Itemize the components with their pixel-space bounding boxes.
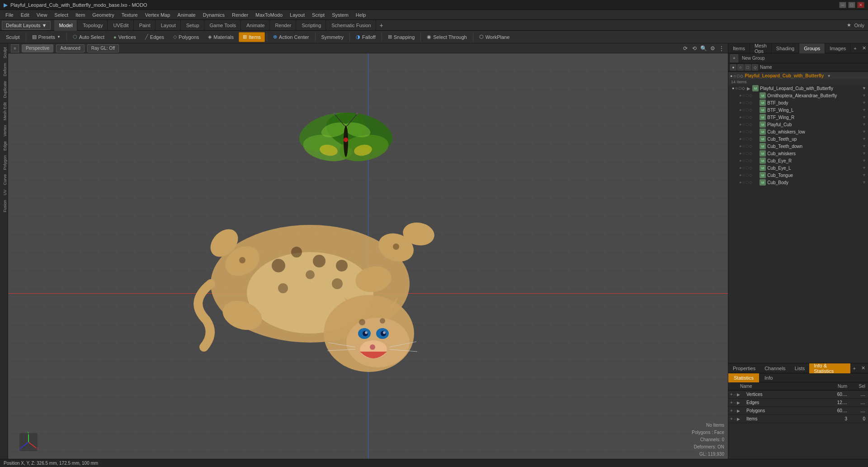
- snapping-button[interactable]: ⊞ Snapping: [384, 32, 419, 42]
- group-vis-3[interactable]: □: [737, 74, 739, 78]
- tree-child-item-10[interactable]: ● ○ □ ◇ M Cub_Eye_L ▼: [728, 164, 868, 172]
- rp-add-tab[interactable]: +: [851, 46, 859, 51]
- materials-button[interactable]: ◈ Materials: [204, 32, 238, 42]
- tab-animate[interactable]: Animate: [242, 20, 269, 31]
- brp-tab-properties[interactable]: Properties: [728, 363, 760, 373]
- presets-button[interactable]: ▤ Presets ▼: [28, 32, 65, 42]
- sidebar-mesh-edit[interactable]: Mesh Edit: [0, 100, 8, 122]
- stats-expand-3[interactable]: ▶: [737, 417, 740, 421]
- sidebar-fusion[interactable]: Fusion: [0, 198, 8, 214]
- brp-tab-info[interactable]: Info & Statistics: [809, 363, 850, 373]
- menu-help[interactable]: Help: [352, 10, 370, 20]
- new-group-button[interactable]: +: [730, 54, 738, 62]
- menu-layout[interactable]: Layout: [286, 10, 308, 20]
- sidebar-curve[interactable]: Curve: [0, 172, 8, 187]
- tree-child-item-1[interactable]: ● ○ □ ◇ M BTF_body ▼: [728, 99, 868, 106]
- rp-tab-items[interactable]: Items: [728, 43, 750, 53]
- tree-child-item-0[interactable]: ● ○ □ ◇ M Ornithoptera_Alexandrae_Butter…: [728, 92, 868, 99]
- stats-minus-3[interactable]: –: [734, 417, 736, 421]
- sidebar-deform[interactable]: Deform: [0, 61, 8, 78]
- items-col-vis3[interactable]: □: [745, 64, 751, 71]
- select-through-button[interactable]: ◉ Select Through: [423, 32, 471, 42]
- viewport-menu-button[interactable]: ≡: [11, 44, 19, 52]
- rp-tab-groups[interactable]: Groups: [799, 43, 825, 53]
- tab-setup[interactable]: Setup: [182, 20, 204, 31]
- menu-vertex-map[interactable]: Vertex Map: [142, 10, 174, 20]
- tab-scripting[interactable]: Scripting: [297, 20, 326, 31]
- edges-button[interactable]: ╱ Edges: [141, 32, 168, 42]
- stats-expand-0[interactable]: ▶: [737, 392, 740, 397]
- sidebar-uv[interactable]: UV: [0, 188, 8, 197]
- maximize-button[interactable]: □: [848, 2, 855, 8]
- menu-select[interactable]: Select: [51, 10, 72, 20]
- group-expand-icon[interactable]: ▼: [827, 74, 831, 78]
- ray-gl-button[interactable]: Ray GL: Off: [87, 44, 119, 52]
- tree-child-item-4[interactable]: ● ○ □ ◇ M Playful_Cub ▼: [728, 121, 868, 128]
- polygons-button[interactable]: ◇ Polygons: [169, 32, 203, 42]
- menu-system[interactable]: System: [328, 10, 352, 20]
- rp-collapse-button[interactable]: ✕: [859, 45, 868, 51]
- tree-item-0[interactable]: ● ○ □ ◇ ▶ M Playful_Leopard_Cub_with_But…: [728, 85, 868, 92]
- viewport-icon-3[interactable]: ⚙: [709, 45, 716, 52]
- auto-select-button[interactable]: ⬡ Auto Select: [69, 32, 108, 42]
- viewport-icon-2[interactable]: ⟲: [691, 45, 698, 52]
- menu-maxtomodo[interactable]: MaxToModo: [252, 10, 286, 20]
- stats-add-2[interactable]: +: [730, 408, 733, 413]
- tree-child-item-3[interactable]: ● ○ □ ◇ M BTF_Wing_R ▼: [728, 114, 868, 121]
- tree-child-item-7[interactable]: ● ○ □ ◇ M Cub_Teeth_down ▼: [728, 143, 868, 150]
- menu-geometry[interactable]: Geometry: [89, 10, 118, 20]
- tab-model[interactable]: Model: [54, 20, 77, 31]
- tab-schematic[interactable]: Schematic Fusion: [327, 20, 376, 31]
- star-button[interactable]: ★: [847, 22, 851, 28]
- stats-expand-1[interactable]: ▶: [737, 400, 740, 405]
- tree-child-item-8[interactable]: ● ○ □ ◇ M Cub_whiskers ▼: [728, 150, 868, 157]
- viewport-icon-1[interactable]: ⟳: [682, 45, 689, 52]
- minimize-button[interactable]: ─: [839, 2, 846, 8]
- sidebar-duplicate[interactable]: Duplicate: [0, 79, 8, 100]
- viewport-zoom-icon[interactable]: 🔍: [700, 45, 707, 52]
- tree-child-item-11[interactable]: ● ○ □ ◇ M Cub_Tongue ▼: [728, 172, 868, 179]
- brp-collapse-button[interactable]: ✕: [859, 365, 868, 371]
- tab-render[interactable]: Render: [270, 20, 296, 31]
- tree-expand-0[interactable]: ▶: [747, 86, 752, 91]
- stats-tab-statistics[interactable]: Statistics: [728, 373, 759, 382]
- viewport-3d[interactable]: No Items Polygons : Face Channels: 0 Def…: [8, 53, 728, 467]
- sidebar-edge[interactable]: Edge: [0, 139, 8, 152]
- tab-uvedit[interactable]: UVEdit: [108, 20, 133, 31]
- items-col-vis2[interactable]: ○: [737, 64, 744, 71]
- viewport-icon-4[interactable]: ⋮: [718, 45, 725, 52]
- tab-paint[interactable]: Paint: [135, 20, 156, 31]
- menu-edit[interactable]: Edit: [17, 10, 33, 20]
- rp-tab-images[interactable]: Images: [825, 43, 851, 53]
- tree-child-item-5[interactable]: ● ○ □ ◇ M Cub_whiskers_low ▼: [728, 128, 868, 135]
- rp-tab-shading[interactable]: Shading: [772, 43, 799, 53]
- stats-row-3[interactable]: + – ▶ Items 3 0: [728, 415, 868, 423]
- vertices-button[interactable]: ● Vertices: [109, 32, 140, 42]
- group-vis-2[interactable]: ○: [733, 74, 736, 78]
- brp-tab-channels[interactable]: Channels: [760, 363, 790, 373]
- tree-child-item-6[interactable]: ● ○ □ ◇ M Cub_Teeth_up ▼: [728, 135, 868, 143]
- tree-child-item-9[interactable]: ● ○ □ ◇ M Cub_Eye_R ▼: [728, 157, 868, 164]
- sidebar-sculpt[interactable]: Sculpt: [0, 45, 8, 60]
- rp-tab-mesh-ops[interactable]: Mesh Ops: [750, 43, 772, 53]
- falloff-button[interactable]: ◑ Falloff: [352, 32, 380, 42]
- action-center-button[interactable]: ⊕ Action Center: [269, 32, 313, 42]
- stats-row-0[interactable]: + – ▶ Vertices 60.... ....: [728, 391, 868, 399]
- stats-expand-2[interactable]: ▶: [737, 409, 740, 413]
- menu-item[interactable]: Item: [72, 10, 89, 20]
- sculpt-button[interactable]: Sculpt: [2, 32, 24, 42]
- tab-layout[interactable]: Layout: [156, 20, 181, 31]
- close-button[interactable]: ✕: [857, 2, 864, 8]
- items-col-vis4[interactable]: ◇: [752, 64, 758, 71]
- brp-add-tab[interactable]: +: [850, 366, 859, 371]
- titlebar-controls[interactable]: ─ □ ✕: [839, 2, 864, 8]
- stats-minus-1[interactable]: –: [734, 400, 736, 405]
- tab-topology[interactable]: Topology: [78, 20, 108, 31]
- only-button[interactable]: Only: [854, 23, 864, 28]
- menu-dynamics[interactable]: Dynamics: [199, 10, 228, 20]
- menu-script[interactable]: Script: [308, 10, 328, 20]
- stats-row-1[interactable]: + – ▶ Edges 12.... ....: [728, 399, 868, 407]
- stats-minus-2[interactable]: –: [734, 409, 736, 413]
- perspective-button[interactable]: Perspective: [22, 44, 53, 52]
- sidebar-vertex[interactable]: Vertex: [0, 123, 8, 138]
